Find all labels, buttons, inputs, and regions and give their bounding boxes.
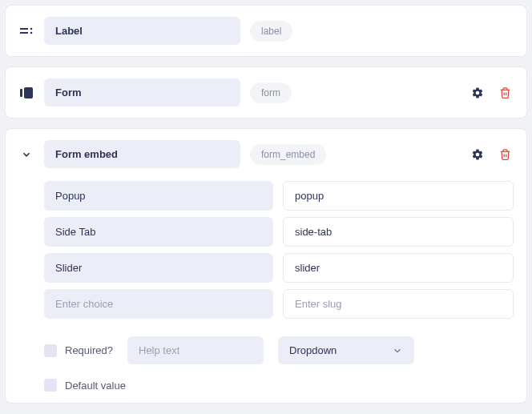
delete-icon[interactable] [496, 84, 514, 102]
field-slug: form_embed [250, 144, 326, 165]
svg-rect-4 [20, 89, 22, 97]
required-checkbox[interactable] [44, 344, 57, 357]
svg-rect-5 [24, 87, 33, 98]
field-body: Required? Dropdown Default value [44, 181, 514, 392]
field-label[interactable]: Form embed [44, 140, 240, 168]
settings-icon[interactable] [469, 146, 486, 163]
choice-slug-input[interactable] [283, 253, 514, 283]
choice-slug-input[interactable] [283, 217, 514, 247]
choice-label-input[interactable] [44, 253, 273, 283]
choice-row [44, 253, 514, 283]
required-label: Required? [65, 344, 113, 356]
choice-slug-input[interactable] [283, 289, 514, 319]
choice-label-input[interactable] [44, 217, 273, 247]
choice-slug-input[interactable] [283, 181, 514, 211]
choice-row [44, 181, 514, 211]
field-header: Form form [18, 78, 514, 107]
field-label[interactable]: Label [44, 17, 240, 45]
svg-point-3 [30, 31, 33, 34]
field-type-value: Dropdown [289, 344, 337, 356]
settings-icon[interactable] [469, 84, 486, 102]
drag-handle-icon[interactable] [18, 27, 34, 35]
field-card-label: Label label [5, 5, 527, 57]
choice-row [44, 217, 514, 247]
field-card-form: Form form [5, 66, 527, 119]
choice-label-input[interactable] [44, 289, 273, 319]
field-label[interactable]: Form [44, 78, 240, 107]
choice-row-new [44, 289, 514, 319]
field-options: Required? Dropdown [44, 336, 514, 364]
field-slug: form [250, 82, 292, 103]
default-value-label: Default value [65, 380, 126, 392]
chevron-down-icon [392, 345, 403, 356]
default-value-option: Default value [44, 379, 514, 392]
field-card-form-embed: Form embed form_embed R [5, 128, 527, 404]
cards-icon[interactable] [18, 87, 34, 98]
chevron-down-icon[interactable] [18, 149, 34, 160]
help-text-input[interactable] [127, 336, 264, 364]
required-option: Required? [44, 344, 113, 357]
field-header: Label label [18, 17, 514, 45]
choice-label-input[interactable] [44, 181, 273, 211]
default-value-checkbox[interactable] [44, 379, 57, 392]
field-header: Form embed form_embed [18, 140, 514, 168]
svg-point-2 [30, 27, 33, 30]
delete-icon[interactable] [496, 146, 514, 163]
field-slug: label [250, 21, 292, 42]
field-type-select[interactable]: Dropdown [278, 336, 414, 364]
